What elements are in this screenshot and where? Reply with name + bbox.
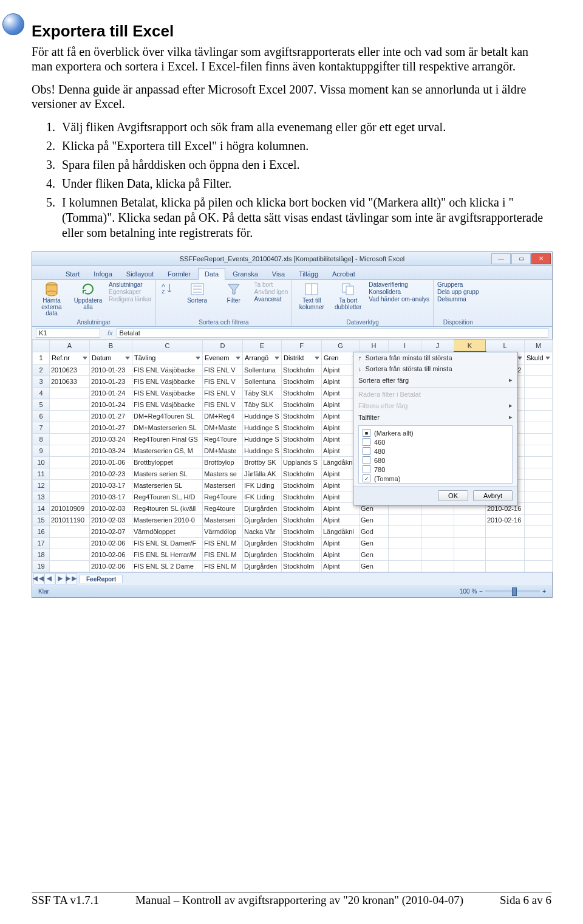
cell[interactable]: FIS ENL M <box>203 538 243 549</box>
cell[interactable]: Reg4Touren Final GS <box>132 434 203 445</box>
cell[interactable]: FIS ENL V <box>203 388 243 399</box>
col-header-G[interactable]: G <box>322 340 360 352</box>
cell[interactable]: Gen <box>360 515 389 526</box>
cell[interactable] <box>389 549 421 561</box>
cell[interactable]: DM+Maste <box>203 422 243 434</box>
col-header-K[interactable]: K <box>454 340 486 352</box>
cell[interactable]: Huddinge S <box>243 445 282 457</box>
col-header-L[interactable]: L <box>486 340 525 352</box>
row-header[interactable]: 7 <box>33 422 50 434</box>
cell[interactable] <box>525 561 553 572</box>
cell[interactable]: Stockholm <box>282 399 322 411</box>
cell[interactable] <box>454 538 486 549</box>
field-header[interactable]: Distrikt <box>282 352 322 364</box>
cell[interactable]: Stockholm <box>282 491 322 503</box>
cell[interactable]: 201010909 <box>50 503 90 515</box>
cell[interactable]: FIS ENL SL 2 Dame <box>132 561 203 572</box>
cell[interactable]: Stockholm <box>282 434 322 445</box>
cell[interactable]: Huddinge S <box>243 411 282 422</box>
cell[interactable] <box>525 411 553 422</box>
col-header-B[interactable]: B <box>90 340 132 352</box>
sheet-nav[interactable]: ⯇⯇⯇⯈⯈⯈ <box>33 573 77 584</box>
row-header[interactable]: 15 <box>33 515 50 526</box>
cell[interactable]: Värmdölop <box>203 526 243 538</box>
cell[interactable]: DM+Reg4 <box>203 411 243 422</box>
cell[interactable]: FIS ENL SL Herrar/M <box>132 549 203 561</box>
cell[interactable]: Nacka Vär <box>243 526 282 538</box>
cell[interactable]: Reg4toure <box>203 503 243 515</box>
cell[interactable] <box>50 411 90 422</box>
number-filter-item[interactable]: Talfilter▸ <box>353 411 517 423</box>
cell[interactable] <box>421 561 454 572</box>
filter-arrow-icon[interactable] <box>545 357 550 360</box>
filter-arrow-icon[interactable] <box>83 357 87 360</box>
cell[interactable]: Brottbyloppet <box>132 457 203 468</box>
cell[interactable]: DM+Reg4Touren SL <box>132 411 203 422</box>
ok-button[interactable]: OK <box>438 490 468 501</box>
sort-color-item[interactable]: Sortera efter färg▸ <box>353 374 517 386</box>
cell[interactable] <box>486 538 525 549</box>
field-header[interactable]: Ref.nr <box>50 352 90 364</box>
col-header-E[interactable]: E <box>243 340 282 352</box>
cell[interactable]: Stockholm <box>282 422 322 434</box>
cell[interactable]: Brottby SK <box>243 457 282 468</box>
cell[interactable]: 2010-01-27 <box>90 422 132 434</box>
cell[interactable]: FIS ENL Väsjöbacke <box>132 388 203 399</box>
cell[interactable]: 2010-01-06 <box>90 457 132 468</box>
tab-infoga[interactable]: Infoga <box>87 268 119 279</box>
tab-formler[interactable]: Formler <box>161 268 197 279</box>
cell[interactable]: Upplands S <box>282 457 322 468</box>
cell[interactable]: 2010-02-07 <box>90 526 132 538</box>
cell[interactable]: Masterserien 2010-0 <box>132 515 203 526</box>
cell[interactable]: Stockholm <box>282 503 322 515</box>
row-header[interactable]: 8 <box>33 434 50 445</box>
cell[interactable] <box>525 388 553 399</box>
cell[interactable]: 2010-01-23 <box>90 376 132 388</box>
cell[interactable]: 2010-02-06 <box>90 538 132 549</box>
cell[interactable] <box>50 434 90 445</box>
cell[interactable]: Reg4touren SL (kväll <box>132 503 203 515</box>
cell[interactable]: DM+Masterserien SL <box>132 422 203 434</box>
cell[interactable] <box>421 515 454 526</box>
cell[interactable] <box>50 445 90 457</box>
cell[interactable]: 2010-02-06 <box>90 549 132 561</box>
cell[interactable]: Reg4Touren SL, H/D <box>132 491 203 503</box>
cell[interactable]: Masterseri <box>203 480 243 491</box>
row-header[interactable]: 6 <box>33 411 50 422</box>
cell[interactable]: Sollentuna <box>243 376 282 388</box>
cell[interactable]: God <box>360 526 389 538</box>
checkbox-icon[interactable] <box>363 438 370 446</box>
field-header[interactable]: Arrangö <box>243 352 282 364</box>
sheet-tab-feereport[interactable]: FeeReport <box>80 575 123 583</box>
cell[interactable] <box>389 561 421 572</box>
cell[interactable]: 201011190 <box>50 515 90 526</box>
col-header-H[interactable]: H <box>360 340 389 352</box>
cell[interactable] <box>50 468 90 480</box>
cell[interactable]: Djurgården <box>243 538 282 549</box>
cell[interactable]: Täby SLK <box>243 388 282 399</box>
cell[interactable]: FIS ENL M <box>203 549 243 561</box>
filter-arrow-icon[interactable] <box>125 357 130 360</box>
cell[interactable]: IFK Liding <box>243 491 282 503</box>
cell[interactable] <box>50 388 90 399</box>
cell[interactable] <box>50 491 90 503</box>
cell[interactable]: 2010-03-17 <box>90 480 132 491</box>
cell[interactable]: Alpint <box>322 549 360 561</box>
cell[interactable] <box>525 538 553 549</box>
dataverifiering-link[interactable]: Dataverifiering <box>369 281 429 288</box>
cell[interactable]: Djurgården <box>243 503 282 515</box>
row-header[interactable]: 13 <box>33 491 50 503</box>
cell[interactable]: Stockholm <box>282 549 322 561</box>
maximize-button[interactable]: ▭ <box>511 253 531 264</box>
cell[interactable]: DM+Maste <box>203 445 243 457</box>
cell[interactable]: 2010-02-16 <box>486 515 525 526</box>
cell[interactable]: Stockholm <box>282 468 322 480</box>
cell[interactable]: Alpint <box>322 538 360 549</box>
cell[interactable] <box>50 457 90 468</box>
cell[interactable]: 2010-01-23 <box>90 364 132 376</box>
cell[interactable] <box>50 561 90 572</box>
cell[interactable]: Stockholm <box>282 515 322 526</box>
cell[interactable]: 2010633 <box>50 376 90 388</box>
cell[interactable]: Stockholm <box>282 411 322 422</box>
cell[interactable]: Sollentuna <box>243 364 282 376</box>
